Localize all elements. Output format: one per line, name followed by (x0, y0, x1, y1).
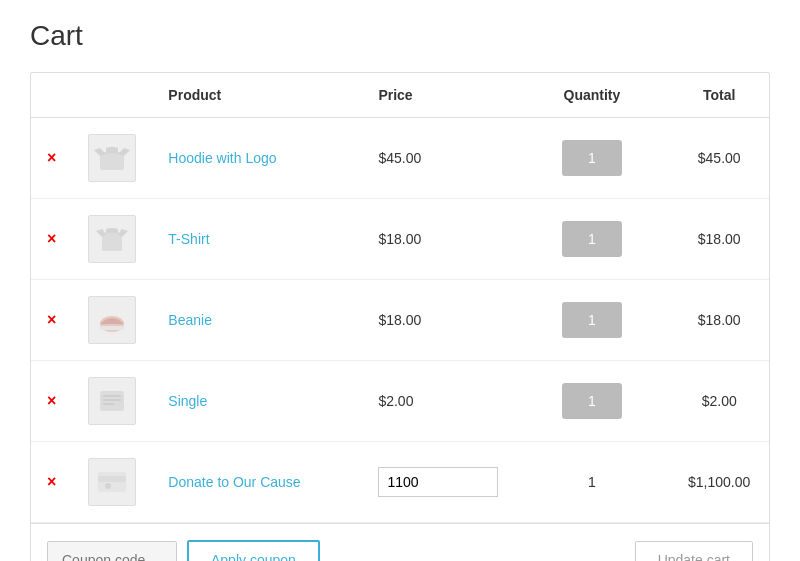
col-header-product: Product (152, 73, 362, 118)
remove-button-beanie[interactable]: × (47, 311, 56, 329)
product-total-tshirt: $18.00 (669, 199, 769, 280)
col-header-price: Price (362, 73, 514, 118)
remove-button-tshirt[interactable]: × (47, 230, 56, 248)
apply-coupon-button[interactable]: Apply coupon (187, 540, 320, 561)
svg-rect-9 (98, 476, 126, 482)
product-link-donate[interactable]: Donate to Our Cause (168, 474, 300, 490)
svg-rect-3 (100, 326, 124, 330)
product-link-single[interactable]: Single (168, 393, 207, 409)
product-thumb-tshirt (88, 215, 136, 263)
remove-button-donate[interactable]: × (47, 473, 56, 491)
svg-rect-4 (100, 391, 124, 411)
col-header-thumb (72, 73, 152, 118)
table-row: ×Donate to Our Cause1$1,100.00 (31, 442, 769, 523)
cart-table-wrapper: Product Price Quantity Total ×Hoodie wit… (30, 72, 770, 561)
product-price-single: $2.00 (362, 361, 514, 442)
product-total-single: $2.00 (669, 361, 769, 442)
product-price-donate (362, 442, 514, 523)
product-thumb-beanie (88, 296, 136, 344)
col-header-quantity: Quantity (514, 73, 669, 118)
product-link-tshirt[interactable]: T-Shirt (168, 231, 209, 247)
product-price-hoodie: $45.00 (362, 118, 514, 199)
quantity-text-donate: 1 (588, 474, 596, 490)
product-thumb-hoodie (88, 134, 136, 182)
product-price-tshirt: $18.00 (362, 199, 514, 280)
product-thumb-donate (88, 458, 136, 506)
quantity-box-tshirt[interactable]: 1 (562, 221, 622, 257)
product-total-hoodie: $45.00 (669, 118, 769, 199)
svg-point-10 (105, 483, 111, 489)
col-header-remove (31, 73, 72, 118)
coupon-input[interactable] (47, 541, 177, 561)
table-row: ×T-Shirt$18.001$18.00 (31, 199, 769, 280)
quantity-box-hoodie[interactable]: 1 (562, 140, 622, 176)
coupon-area: Apply coupon (47, 540, 320, 561)
col-header-total: Total (669, 73, 769, 118)
cart-table: Product Price Quantity Total ×Hoodie wit… (31, 73, 769, 523)
product-link-hoodie[interactable]: Hoodie with Logo (168, 150, 276, 166)
page-title: Cart (30, 20, 770, 52)
remove-button-hoodie[interactable]: × (47, 149, 56, 167)
price-input-donate[interactable] (378, 467, 498, 497)
product-thumb-single (88, 377, 136, 425)
quantity-box-beanie[interactable]: 1 (562, 302, 622, 338)
quantity-box-single[interactable]: 1 (562, 383, 622, 419)
table-row: ×Hoodie with Logo$45.001$45.00 (31, 118, 769, 199)
product-total-donate: $1,100.00 (669, 442, 769, 523)
table-row: ×Beanie$18.001$18.00 (31, 280, 769, 361)
update-cart-button[interactable]: Update cart (635, 541, 753, 561)
product-price-beanie: $18.00 (362, 280, 514, 361)
table-row: ×Single$2.001$2.00 (31, 361, 769, 442)
remove-button-single[interactable]: × (47, 392, 56, 410)
product-link-beanie[interactable]: Beanie (168, 312, 212, 328)
svg-rect-1 (102, 233, 122, 251)
product-total-beanie: $18.00 (669, 280, 769, 361)
cart-footer: Apply coupon Update cart (31, 523, 769, 561)
